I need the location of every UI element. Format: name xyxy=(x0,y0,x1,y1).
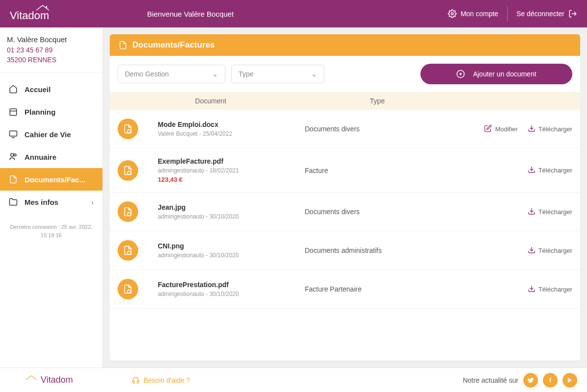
svg-point-7 xyxy=(11,153,14,156)
select-gestion[interactable]: Demo Gestion ⌄ xyxy=(118,65,225,83)
svg-marker-22 xyxy=(568,377,572,383)
table-row: Mode Emploi.docxValère Bocquet - 25/04/2… xyxy=(110,110,580,148)
my-account-link[interactable]: Mon compte xyxy=(448,9,498,18)
user-phone: 01 23 45 67 89 xyxy=(7,46,96,55)
table-header: Document Type xyxy=(110,92,580,110)
download-action[interactable]: Télécharger xyxy=(528,246,572,255)
folder-icon xyxy=(9,197,18,206)
doc-name: CNI.png xyxy=(158,242,305,250)
file-icon xyxy=(118,201,138,222)
doc-type: Facture xyxy=(305,167,452,174)
nav-annuaire[interactable]: Annuaire xyxy=(0,146,102,168)
doc-type: Facture Partenaire xyxy=(305,285,452,293)
file-icon xyxy=(9,175,18,184)
doc-info: Jean.jpgadmingestionauto - 30/10/2020 xyxy=(158,203,305,220)
last-connection: Dernière connexion : 25 avr. 2022, 15:18… xyxy=(0,213,102,249)
nav-accueil[interactable]: Accueil xyxy=(0,78,102,100)
calendar-icon xyxy=(9,107,18,116)
social-label: Notre actualité sur xyxy=(463,376,518,384)
doc-meta: admingestionauto - 18/02/2021 xyxy=(158,167,305,174)
download-icon xyxy=(528,285,536,294)
doc-info: CNI.pngadmingestionauto - 30/10/2020 xyxy=(158,242,305,259)
svg-point-1 xyxy=(451,13,454,15)
svg-rect-3 xyxy=(10,109,17,116)
doc-type: Documents divers xyxy=(305,208,452,216)
doc-type: Documents divers xyxy=(305,125,452,133)
doc-name: ExempleFacture.pdf xyxy=(158,157,305,165)
doc-info: Mode Emploi.docxValère Bocquet - 25/04/2… xyxy=(158,121,305,137)
svg-rect-0 xyxy=(46,6,47,8)
user-city: 35200 RENNES xyxy=(7,55,96,65)
user-info: M. Valère Bocquet 01 23 45 67 89 35200 R… xyxy=(0,27,102,73)
chevron-down-icon: ⌄ xyxy=(212,70,218,78)
svg-point-12 xyxy=(127,130,131,133)
footer-logo: Vitadom xyxy=(24,375,73,385)
th-type: Type xyxy=(304,97,451,105)
doc-name: Mode Emploi.docx xyxy=(158,121,305,128)
table-row: FacturePrestation.pdfadmingestionauto - … xyxy=(110,270,580,309)
table-row: ExempleFacture.pdfadmingestionauto - 18/… xyxy=(110,148,580,193)
download-icon xyxy=(528,207,536,217)
page-header: Documents/Factures xyxy=(110,34,580,56)
doc-meta: Valère Bocquet - 25/04/2022 xyxy=(158,130,305,137)
gear-icon xyxy=(448,9,457,18)
svg-point-18 xyxy=(127,251,131,255)
monitor-icon xyxy=(9,130,18,139)
divider xyxy=(507,6,508,21)
svg-point-14 xyxy=(127,171,131,174)
youtube-icon[interactable] xyxy=(563,373,577,388)
svg-rect-5 xyxy=(10,131,17,136)
download-action[interactable]: Télécharger xyxy=(528,285,572,294)
doc-info: ExempleFacture.pdfadmingestionauto - 18/… xyxy=(158,157,305,183)
nav: Accueil Planning Cahier de Vie Annuaire … xyxy=(0,73,102,213)
add-document-button[interactable]: Ajouter un document xyxy=(420,64,572,84)
twitter-icon[interactable] xyxy=(523,373,538,388)
social-links: Notre actualité sur f xyxy=(463,373,577,388)
file-icon xyxy=(118,279,138,299)
help-link[interactable]: Besoin d'aide ? xyxy=(132,376,190,384)
file-icon xyxy=(119,41,127,49)
doc-type: Documents administratifs xyxy=(305,246,452,254)
doc-info: FacturePrestation.pdfadmingestionauto - … xyxy=(158,281,305,297)
table-row: CNI.pngadmingestionauto - 30/10/2020Docu… xyxy=(110,231,580,270)
welcome-text: Bienvenue Valère Bocquet xyxy=(147,10,234,18)
footer: Vitadom Besoin d'aide ? Notre actualité … xyxy=(0,368,587,392)
facebook-icon[interactable]: f xyxy=(543,373,558,388)
logo: Vitadom xyxy=(10,5,49,22)
headset-icon xyxy=(132,376,140,384)
download-action[interactable]: Télécharger xyxy=(528,207,572,217)
nav-planning[interactable]: Planning xyxy=(0,100,102,123)
download-icon xyxy=(528,246,536,255)
main-content: Documents/Factures Demo Gestion ⌄ Type ⌄… xyxy=(103,27,587,368)
users-icon xyxy=(9,152,18,161)
download-icon xyxy=(528,166,536,175)
logout-link[interactable]: Se déconnecter xyxy=(516,9,577,18)
select-type[interactable]: Type ⌄ xyxy=(231,65,324,83)
download-icon xyxy=(528,124,536,134)
modify-action[interactable]: Modifier xyxy=(484,124,517,134)
doc-meta: admingestionauto - 30/10/2020 xyxy=(158,291,305,297)
home-icon xyxy=(9,85,18,94)
doc-meta: admingestionauto - 30/10/2020 xyxy=(158,213,305,220)
user-name: M. Valère Bocquet xyxy=(7,35,96,44)
download-action[interactable]: Télécharger xyxy=(528,124,572,134)
chevron-down-icon: ⌄ xyxy=(311,70,317,78)
file-icon xyxy=(118,119,138,139)
top-header: Vitadom Bienvenue Valère Bocquet Mon com… xyxy=(0,0,587,27)
filters-row: Demo Gestion ⌄ Type ⌄ Ajouter un documen… xyxy=(110,56,580,92)
doc-name: Jean.jpg xyxy=(158,203,305,211)
svg-point-16 xyxy=(127,213,131,216)
nav-mesinfos[interactable]: Mes infos › xyxy=(0,191,102,213)
nav-documents[interactable]: Documents/Fac... xyxy=(0,168,102,191)
th-document: Document xyxy=(118,97,304,105)
doc-name: FacturePrestation.pdf xyxy=(158,281,305,289)
chevron-right-icon: › xyxy=(91,198,94,206)
file-icon xyxy=(118,240,138,261)
file-icon xyxy=(118,160,138,181)
doc-meta: admingestionauto - 30/10/2020 xyxy=(158,252,305,259)
download-action[interactable]: Télécharger xyxy=(528,166,572,175)
page-title: Documents/Factures xyxy=(132,40,215,50)
svg-point-20 xyxy=(127,290,131,294)
nav-cahier[interactable]: Cahier de Vie xyxy=(0,123,102,146)
logout-icon xyxy=(568,9,577,18)
